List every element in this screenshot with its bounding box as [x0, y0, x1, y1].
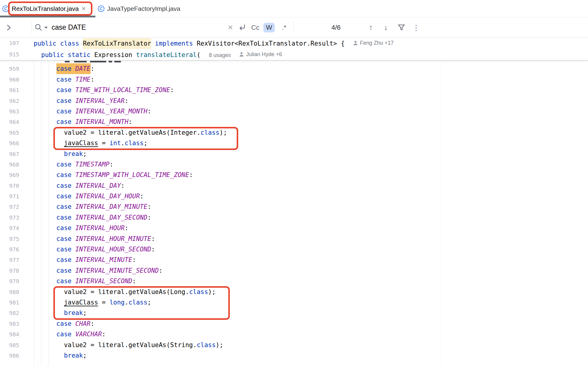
line-text: value2 = literal.getValueAs(String.class…	[19, 340, 223, 350]
code-line[interactable]: 977 case INTERVAL_MINUTE:	[0, 255, 588, 265]
line-text: break;	[19, 149, 87, 159]
line-number[interactable]: 966	[0, 138, 19, 148]
line-number[interactable]: 971	[0, 191, 19, 202]
line-number[interactable]: 965	[0, 128, 19, 138]
ide-window: C RexToLixTranslator.java ✕ C JavaTypeFa…	[0, 0, 588, 366]
line-number[interactable]: 986	[0, 350, 19, 361]
match-count: 4/6	[324, 17, 348, 38]
author-inlay[interactable]: Feng Zhu +17	[353, 38, 394, 49]
line-number[interactable]: 973	[0, 212, 19, 223]
code-line[interactable]: 971 case INTERVAL_DAY_HOUR:	[0, 191, 588, 202]
clear-search-icon[interactable]: ✕	[226, 17, 235, 38]
line-text: public class RexToLixTranslator implemen…	[19, 38, 394, 49]
line-number[interactable]: 961	[0, 85, 19, 95]
line-number[interactable]: 981	[0, 297, 19, 308]
search-icon[interactable]	[34, 17, 44, 38]
line-number[interactable]: 977	[0, 255, 19, 265]
code-line[interactable]: 107public class RexToLixTranslator imple…	[0, 38, 588, 49]
expand-replace-chevron-icon[interactable]	[4, 17, 13, 38]
line-number[interactable]: 976	[0, 244, 19, 255]
line-text: case TIME:	[19, 74, 94, 85]
line-text: case TIMESTAMP:	[19, 159, 113, 170]
usages-inlay[interactable]: 8 usages	[209, 52, 231, 58]
person-icon	[353, 40, 358, 46]
search-query-text: case DATE	[52, 23, 86, 32]
search-input[interactable]: case DATE	[52, 17, 86, 38]
line-number[interactable]: 984	[0, 329, 19, 340]
code-line[interactable]: 961 case TIME_WITH_LOCAL_TIME_ZONE:	[0, 85, 588, 95]
line-text: case INTERVAL_DAY:	[19, 181, 124, 191]
line-number[interactable]: 107	[0, 38, 19, 49]
line-number[interactable]: 970	[0, 181, 19, 191]
code-line[interactable]: 976 case INTERVAL_HOUR_SECOND:	[0, 244, 588, 255]
new-line-icon[interactable]	[237, 17, 247, 38]
code-line[interactable]: 975 case INTERVAL_HOUR_MINUTE:	[0, 234, 588, 244]
code-line[interactable]: 983 case CHAR:	[0, 319, 588, 329]
code-line[interactable]: 985 value2 = literal.getValueAs(String.c…	[0, 340, 588, 350]
regex-toggle[interactable]: .*	[278, 17, 290, 38]
author-inlay[interactable]: Julian Hyde +6	[239, 49, 282, 60]
clipped-glyph-mark	[109, 61, 112, 62]
code-line[interactable]: 984 case VARCHAR:	[0, 329, 588, 340]
line-number[interactable]: 962	[0, 96, 19, 106]
next-match-icon[interactable]: ↓	[380, 17, 391, 38]
previous-match-icon[interactable]: ↑	[365, 17, 376, 38]
code-line[interactable]: 968 case TIMESTAMP:	[0, 159, 588, 170]
code-line[interactable]: 972 case INTERVAL_DAY_MINUTE:	[0, 202, 588, 212]
code-line[interactable]: 969 case TIMESTAMP_WITH_LOCAL_TIME_ZONE:	[0, 170, 588, 180]
code-line[interactable]: 963 case INTERVAL_YEAR_MONTH:	[0, 106, 588, 117]
line-text: case TIMESTAMP_WITH_LOCAL_TIME_ZONE:	[19, 170, 193, 180]
line-number[interactable]: 980	[0, 287, 19, 297]
line-number[interactable]: 968	[0, 159, 19, 170]
line-text: case INTERVAL_DAY_HOUR:	[19, 191, 144, 202]
more-options-icon[interactable]: ⋮	[412, 17, 421, 38]
tab-javatypefactoryimpl[interactable]: C JavaTypeFactoryImpl.java	[98, 0, 180, 17]
line-number[interactable]: 975	[0, 234, 19, 244]
code-line[interactable]: 960 case TIME:	[0, 74, 588, 85]
clipped-glyph-mark	[74, 61, 87, 62]
filter-search-icon[interactable]	[396, 17, 407, 38]
code-line[interactable]: 964 case INTERVAL_MONTH:	[0, 117, 588, 127]
code-line[interactable]: 973 case INTERVAL_DAY_SECOND:	[0, 212, 588, 223]
search-history-caret-icon[interactable]	[44, 17, 48, 38]
line-text: case CHAR:	[19, 319, 94, 329]
java-class-icon: C	[98, 5, 104, 12]
line-number[interactable]: 960	[0, 74, 19, 85]
code-line[interactable]: 978 case INTERVAL_MINUTE_SECOND:	[0, 266, 588, 276]
code-line[interactable]: 970 case INTERVAL_DAY:	[0, 181, 588, 191]
match-case-toggle[interactable]: Cc	[250, 17, 261, 38]
code-line[interactable]: 986 break;	[0, 350, 588, 361]
line-number[interactable]: 959	[0, 64, 19, 74]
line-text: break;	[19, 350, 87, 361]
line-number[interactable]: 964	[0, 117, 19, 127]
words-toggle[interactable]: W	[263, 17, 275, 38]
code-line[interactable]: 967 break;	[0, 149, 588, 159]
find-toolbar: case DATE ✕ Cc W .* 4/6 ↑ ↓ ⋮	[0, 17, 588, 38]
line-number[interactable]: 979	[0, 276, 19, 286]
line-number[interactable]: 982	[0, 308, 19, 318]
line-text: public static Expression translateLitera…	[19, 49, 282, 60]
line-text: case INTERVAL_DAY_MINUTE:	[19, 202, 151, 212]
line-number[interactable]: 974	[0, 223, 19, 233]
line-number[interactable]: 967	[0, 149, 19, 159]
line-number[interactable]: 915	[0, 49, 19, 60]
line-text: case INTERVAL_HOUR_SECOND:	[19, 244, 155, 255]
line-number[interactable]: 985	[0, 340, 19, 350]
code-line[interactable]: 959 case DATE:	[0, 64, 588, 74]
line-number[interactable]: 969	[0, 170, 19, 180]
code-line[interactable]: 962 case INTERVAL_YEAR:	[0, 96, 588, 106]
sticky-lines-panel: 107public class RexToLixTranslator imple…	[0, 38, 588, 61]
line-number[interactable]: 978	[0, 266, 19, 276]
code-line[interactable]: 979 case INTERVAL_SECOND:	[0, 276, 588, 286]
divider	[31, 21, 32, 34]
line-text: case INTERVAL_DAY_SECOND:	[19, 212, 151, 223]
line-text: case INTERVAL_YEAR_MONTH:	[19, 106, 151, 117]
line-number[interactable]: 983	[0, 319, 19, 329]
code-line[interactable]: 974 case INTERVAL_HOUR:	[0, 223, 588, 233]
line-text: case INTERVAL_MINUTE_SECOND:	[19, 266, 163, 276]
line-number[interactable]: 972	[0, 202, 19, 212]
line-number[interactable]: 963	[0, 106, 19, 117]
line-text: case INTERVAL_MINUTE:	[19, 255, 136, 265]
code-line[interactable]: 915 public static Expression translateLi…	[0, 49, 588, 60]
annotation-box-code	[53, 127, 238, 150]
